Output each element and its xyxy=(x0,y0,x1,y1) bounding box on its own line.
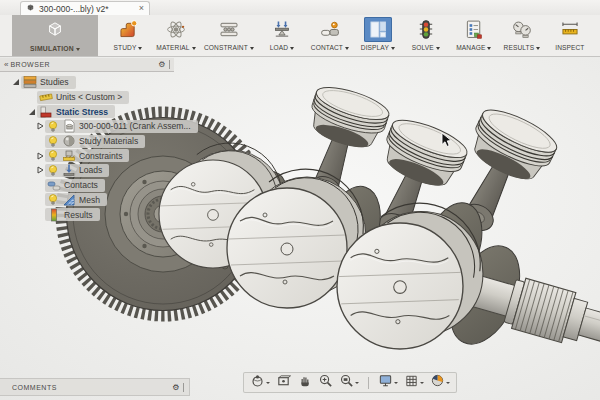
constraint-icon xyxy=(215,17,243,42)
viewport-3d[interactable]: « BROWSER ⚙ StudiesUnits < Custom >Stati… xyxy=(0,57,600,400)
gear-icon[interactable]: ⚙ xyxy=(158,60,166,69)
fit-icon xyxy=(339,373,354,392)
ribbon-item-label: MATERIAL xyxy=(156,44,195,51)
units-icon xyxy=(39,90,53,104)
chevron-down-icon xyxy=(250,47,254,50)
ribbon-item-select[interactable]: SELECT xyxy=(594,15,600,56)
orbit-icon xyxy=(250,373,265,392)
ribbon-item-load[interactable]: LOAD xyxy=(258,15,306,56)
mouse-cursor-icon xyxy=(441,133,453,149)
fusion360-simulation-window: 300-000-...bly) v2* × SIMULATION STUDYMA… xyxy=(0,0,600,400)
tree-item-static-stress[interactable]: Static Stress xyxy=(26,104,174,119)
tree-item-pill: Constraints xyxy=(45,149,129,162)
ribbon-item-display[interactable]: DISPLAY xyxy=(354,15,402,56)
ribbon-item-label: LOAD xyxy=(270,44,294,51)
ribbon-item-constraint[interactable]: CONSTRAINT xyxy=(200,15,258,56)
close-icon[interactable]: × xyxy=(139,4,144,13)
chevron-down-icon xyxy=(355,382,359,384)
tree-item-label: Mesh xyxy=(79,195,100,205)
ribbon-item-material[interactable]: MATERIAL xyxy=(152,15,200,56)
document-tab[interactable]: 300-000-...bly) v2* × xyxy=(20,1,150,15)
chevron-down-icon xyxy=(138,47,142,50)
pan-button[interactable] xyxy=(297,373,312,392)
visibility-bulb-icon[interactable] xyxy=(47,120,59,133)
chevron-down-icon xyxy=(487,47,491,50)
visibility-bulb-icon[interactable] xyxy=(47,149,59,162)
gear-icon[interactable]: ⚙ xyxy=(172,383,180,392)
workspace-label: SIMULATION xyxy=(30,45,74,52)
tree-item-pill: Units < Custom > xyxy=(37,91,129,104)
triangle-expanded-icon[interactable] xyxy=(10,78,21,86)
chevron-down-icon xyxy=(536,47,540,50)
tree-item-loads[interactable]: Loads xyxy=(34,163,174,178)
viewports-button[interactable] xyxy=(430,373,450,392)
tree-item-label: 300-000-011 (Crank Assem... xyxy=(79,121,191,131)
look-at-button[interactable] xyxy=(276,373,291,392)
document-tab-title: 300-000-...bly) v2* xyxy=(39,4,108,14)
inspect-icon xyxy=(556,17,584,42)
visibility-bulb-icon[interactable] xyxy=(47,135,59,148)
tree-item-units-custom[interactable]: Units < Custom > xyxy=(26,90,174,105)
tree-item-label: Results xyxy=(64,210,93,220)
tree-item-study-materials[interactable]: Study Materials xyxy=(34,134,174,149)
panel-divider xyxy=(169,60,170,69)
chevron-down-icon xyxy=(394,382,398,384)
loads-icon xyxy=(62,163,76,177)
ribbon-item-solve[interactable]: SOLVE xyxy=(402,15,450,56)
tree-item-300-000-011-crank-assem[interactable]: 300-000-011 (Crank Assem... xyxy=(34,119,174,134)
ribbon-item-manage[interactable]: MANAGE xyxy=(450,15,498,56)
ribbon-item-label: CONSTRAINT xyxy=(204,44,254,51)
chevron-down-icon xyxy=(446,382,450,384)
chevron-down-icon xyxy=(436,47,440,50)
study-icon xyxy=(114,17,142,42)
material-icon xyxy=(162,17,190,42)
visibility-bulb-icon[interactable] xyxy=(47,193,59,206)
ribbon-item-contact[interactable]: CONTACT xyxy=(306,15,354,56)
zoom-button[interactable] xyxy=(318,373,333,392)
grid-snaps-button[interactable] xyxy=(404,373,424,392)
solve-icon xyxy=(412,17,440,42)
comments-title: COMMENTS xyxy=(12,384,57,391)
chevron-down-icon xyxy=(345,47,349,50)
display-icon xyxy=(364,17,392,42)
ribbon-item-study[interactable]: STUDY xyxy=(104,15,152,56)
tree-item-pill: Results xyxy=(45,208,100,221)
component-icon xyxy=(62,119,76,133)
triangle-collapsed-icon[interactable] xyxy=(34,152,45,160)
comments-panel[interactable]: COMMENTS ⚙ xyxy=(0,378,190,396)
visibility-bulb-icon[interactable] xyxy=(47,164,59,177)
tree-item-pill: Studies xyxy=(21,76,76,89)
ribbon-items: STUDYMATERIALCONSTRAINTLOADCONTACTDISPLA… xyxy=(104,15,600,56)
browser-panel: « BROWSER ⚙ StudiesUnits < Custom >Stati… xyxy=(0,58,174,222)
workspace-switcher-simulation[interactable]: SIMULATION xyxy=(12,15,98,56)
browser-header: « BROWSER ⚙ xyxy=(0,58,174,72)
tree-item-label: Loads xyxy=(79,165,102,175)
viewports-icon xyxy=(430,373,445,392)
tree-item-results[interactable]: Results xyxy=(34,207,174,222)
chevron-down-icon xyxy=(290,47,294,50)
tree-item-mesh[interactable]: Mesh xyxy=(34,193,174,208)
tree-item-pill: Contacts xyxy=(45,179,105,192)
tree-item-label: Constraints xyxy=(79,151,122,161)
triangle-collapsed-icon[interactable] xyxy=(34,122,45,130)
collapse-panel-icon[interactable]: « xyxy=(4,60,7,69)
studies-icon xyxy=(23,75,37,89)
display-settings-button[interactable] xyxy=(378,373,398,392)
ribbon-item-inspect[interactable]: INSPECT xyxy=(546,15,594,56)
contacts-icon xyxy=(47,178,61,192)
zoom-icon xyxy=(318,373,333,392)
navigation-bar xyxy=(243,372,457,393)
display-settings-icon xyxy=(378,373,393,392)
tree-item-studies[interactable]: Studies xyxy=(10,75,174,90)
fit-button[interactable] xyxy=(339,373,359,392)
ribbon-item-results[interactable]: RESULTS xyxy=(498,15,546,56)
static-stress-icon xyxy=(39,105,53,119)
tree-item-label: Contacts xyxy=(64,180,98,190)
results-bar-icon xyxy=(47,208,61,222)
results-icon xyxy=(508,17,536,42)
orbit-button[interactable] xyxy=(250,373,270,392)
tree-item-constraints[interactable]: Constraints xyxy=(34,148,174,163)
tree-item-contacts[interactable]: Contacts xyxy=(34,178,174,193)
triangle-expanded-icon[interactable] xyxy=(26,108,37,116)
triangle-collapsed-icon[interactable] xyxy=(34,166,45,174)
